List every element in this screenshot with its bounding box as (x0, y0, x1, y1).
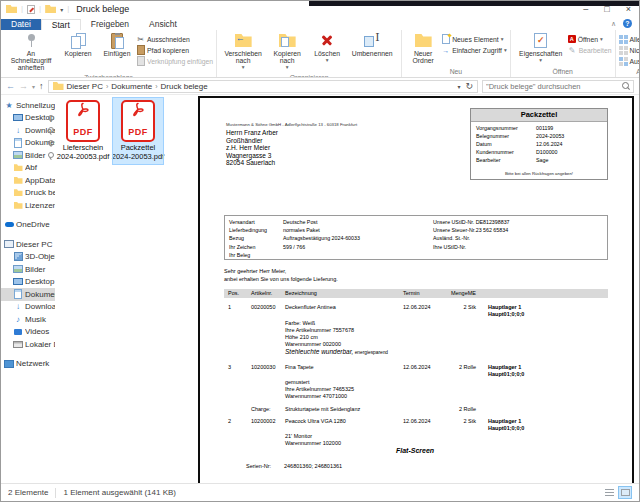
copy-path-button[interactable]: Pfad kopieren (136, 45, 213, 55)
tab-start[interactable]: Start (41, 19, 81, 30)
close-button[interactable]: × (626, 3, 631, 15)
sidebar-item-appdata[interactable]: AppData (1, 174, 55, 187)
sidebar-item-abf[interactable]: Abf (1, 162, 55, 175)
paste-shortcut-button[interactable]: Verknüpfung einfügen (136, 56, 213, 66)
pin-to-quick-access-button[interactable]: An Schnellzugriff anheften (4, 31, 58, 73)
picture-icon (13, 264, 23, 274)
tab-datei[interactable]: Datei (1, 19, 41, 30)
help-icon[interactable]: ? (623, 19, 632, 28)
open-button[interactable]: A Öffnen (568, 34, 612, 44)
breadcrumb[interactable]: Dieser PC›Dokumente›Druck belege ▾ ↻ (48, 80, 478, 93)
cut-button[interactable]: Ausschneiden (136, 34, 213, 44)
cube-icon (13, 252, 23, 262)
sidebar-item-dokumente[interactable]: Dokumente (1, 137, 55, 150)
ribbon-tabs: Datei Start Freigeben Ansicht (1, 19, 639, 30)
file-packzettel[interactable]: PDFPackzettel2024-20053.pdf (113, 98, 163, 164)
new-folder-icon (415, 34, 432, 47)
paste-button[interactable]: Einfügen (98, 31, 136, 58)
button-label: Eigenschaften (519, 50, 562, 57)
sidebar-item-label: Dokumente (25, 290, 55, 299)
easy-access-button[interactable]: Einfacher Zugriff (441, 45, 507, 55)
sidebar-item-druck-belege[interactable]: Druck belege (1, 187, 55, 200)
sidebar-item-onedrive[interactable]: OneDrive (1, 219, 55, 232)
sidebar-item-bilder[interactable]: Bilder (1, 263, 55, 276)
thumbnail-view-icon (621, 489, 630, 496)
copy-button[interactable]: Kopieren (58, 31, 98, 58)
status-bar: 2 Elemente 1 Element ausgewählt (141 KB) (1, 483, 639, 501)
sidebar-item-bilder[interactable]: Bilder (1, 149, 55, 162)
delete-x-icon (320, 34, 334, 48)
doc-recipient-line: z.H. Herr Meier (226, 144, 270, 152)
sidebar-item-3d-objekte[interactable]: 3D-Objekte (1, 251, 55, 264)
file-name: 2024-20053.pdf (112, 153, 165, 162)
navigation-pane: SchnellzugriffDesktopDownloadsDokumenteB… (1, 96, 55, 483)
sidebar-item-label: Lizenzen (25, 201, 55, 210)
quick-access-toolbar: | | ▾ | Druck belege (6, 4, 129, 14)
sidebar-item-downloads[interactable]: Downloads (1, 124, 55, 137)
music-icon (13, 314, 23, 324)
desktop-icon (13, 113, 23, 123)
edit-button[interactable]: Bearbeiten (568, 45, 612, 55)
select-all-button[interactable]: Alles auswählen (619, 34, 639, 44)
sidebar-item-label: Netzwerk (16, 359, 55, 368)
file-lieferschein[interactable]: PDFLieferschein2024-20053.pdf (58, 98, 108, 164)
breadcrumb-separator: › (106, 83, 108, 90)
pin-icon (48, 115, 54, 121)
up-button[interactable]: ↑ (39, 80, 44, 93)
breadcrumb-item-dokumente[interactable]: Dokumente (111, 82, 152, 91)
chevron-down-icon[interactable]: ▾ (60, 6, 63, 13)
packzettel-box: Packzettel Vorgangsnummer001199 Belegnum… (470, 108, 608, 180)
maximize-button[interactable]: □ (604, 3, 609, 15)
refresh-icon[interactable]: ↻ (465, 81, 473, 91)
group-organisieren: ← Verschieben nach Kopieren nach Löschen… (217, 30, 402, 77)
tab-freigeben[interactable]: Freigeben (81, 19, 139, 30)
delete-button[interactable]: Löschen (308, 31, 346, 65)
history-chevron-icon[interactable]: ▾ (32, 83, 35, 90)
tab-ansicht[interactable]: Ansicht (139, 19, 187, 30)
preview-pane-document: Mustermann & Söhne GmbH - Adlerflychtstr… (198, 96, 634, 483)
copy-to-button[interactable]: Kopieren nach (266, 31, 308, 73)
minimize-button[interactable]: – (583, 3, 588, 15)
address-dropdown-icon[interactable]: ▾ (457, 83, 460, 90)
sidebar-item-label: AppData (25, 176, 55, 185)
pc-icon (4, 239, 14, 249)
group-label: Öffnen (511, 67, 615, 77)
properties-quick-icon[interactable] (27, 5, 35, 14)
sidebar-item-label: Videos (25, 327, 55, 336)
invert-selection-button[interactable]: Auswahl umkehren (619, 56, 639, 66)
document-icon (13, 289, 23, 299)
new-item-button[interactable]: Neues Element (441, 34, 507, 44)
properties-button[interactable]: Eigenschaften (514, 31, 568, 65)
sidebar-item-lizenzen[interactable]: Lizenzen (1, 199, 55, 212)
search-box[interactable] (482, 80, 634, 93)
sidebar-item-schnellzugriff[interactable]: Schnellzugriff (1, 99, 55, 112)
back-button[interactable]: ← (6, 80, 15, 93)
details-view-button[interactable] (602, 486, 616, 499)
sidebar-item-desktop[interactable]: Desktop (1, 112, 55, 125)
adobe-pdf-icon: A (568, 35, 576, 43)
sidebar-item-desktop[interactable]: Desktop (1, 276, 55, 289)
rename-button[interactable]: Umbenennen (346, 31, 398, 58)
search-icon[interactable] (621, 82, 630, 91)
sidebar-item-musik[interactable]: Musik (1, 313, 55, 326)
sidebar-item-netzwerk[interactable]: Netzwerk (1, 358, 55, 371)
new-folder-button[interactable]: Neuer Ordner (405, 31, 441, 65)
forward-button[interactable]: → (19, 80, 28, 93)
sidebar-item-dieser-pc[interactable]: Dieser PC (1, 238, 55, 251)
sidebar-item-videos[interactable]: Videos (1, 326, 55, 339)
sidebar-item-dokumente[interactable]: Dokumente (1, 288, 55, 301)
file-name: 2024-20053.pdf (57, 153, 110, 162)
select-none-button[interactable]: Nichts auswählen (619, 45, 639, 55)
sidebar-item-label: Dieser PC (16, 240, 55, 249)
thumbnail-view-button[interactable] (618, 486, 632, 499)
button-label: Kopieren (64, 50, 91, 57)
collapse-ribbon-icon[interactable]: ∧ (611, 20, 616, 28)
move-to-button[interactable]: ← Verschieben nach (220, 31, 266, 73)
sidebar-item-lokaler-datentr-ger[interactable]: Lokaler Datenträger (1, 338, 55, 351)
folder-icon (13, 175, 23, 185)
sidebar-item-downloads[interactable]: Downloads (1, 301, 55, 314)
breadcrumb-item-dieser-pc[interactable]: Dieser PC (67, 82, 103, 91)
search-input[interactable] (486, 82, 621, 91)
new-folder-quick-icon[interactable] (45, 5, 56, 13)
breadcrumb-item-druck-belege[interactable]: Druck belege (161, 82, 208, 91)
